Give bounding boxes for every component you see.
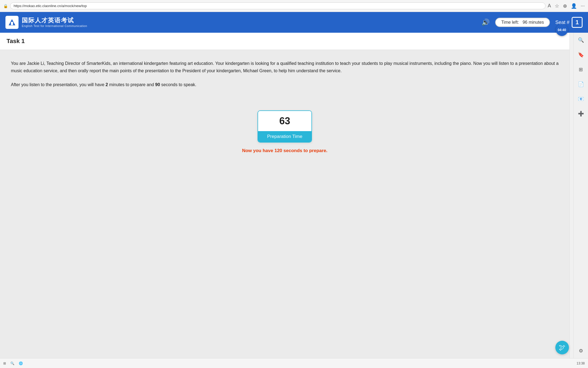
sidebar-apps-icon[interactable]: ⊞ <box>576 65 586 74</box>
taskbar-browser[interactable]: 🌐 <box>19 361 23 365</box>
sidebar-settings-icon[interactable]: ⚙ <box>576 346 586 355</box>
timer-container: 63 Preparation Time Now you have 120 sec… <box>11 110 559 153</box>
collections-icon[interactable]: ⊕ <box>563 3 567 9</box>
minutes-bold: 2 <box>106 82 108 87</box>
volume-icon[interactable]: 🔊 <box>482 19 490 26</box>
bottom-time: 13:38 <box>577 361 585 365</box>
lock-icon: 🔒 <box>3 4 8 8</box>
instruction-mid: minutes to prepare and <box>108 82 155 87</box>
content-panel: Task 1 You are Jackie Li, Teaching Direc… <box>0 33 569 358</box>
task-title: Task 1 <box>7 38 25 44</box>
instruction-pre: After you listen to the presentation, yo… <box>11 82 106 87</box>
scroll-track[interactable] <box>569 33 573 358</box>
sidebar-outlook-icon[interactable]: 📧 <box>576 94 586 104</box>
mini-timer-circle: 04:40 <box>556 24 568 36</box>
taskbar-search[interactable]: 🔍 <box>10 361 14 365</box>
mini-timer-value: 04:40 <box>558 28 566 32</box>
logo-main-text: 国际人才英语考试 <box>22 17 87 24</box>
task-description: You are Jackie Li, Teaching Director of … <box>11 60 559 74</box>
sidebar-search-icon[interactable]: 🔍 <box>576 35 586 45</box>
sidebar-add-icon[interactable]: ➕ <box>576 109 586 118</box>
task-body: You are Jackie Li, Teaching Director of … <box>0 50 569 358</box>
url-bar[interactable]: https://mokao.etic.claonline.cn/a/mock/n… <box>10 2 546 9</box>
app-logo: 国际人才英语考试 English Test for International … <box>5 16 87 29</box>
right-sidebar: 🔍 🔖 ⊞ 📄 📧 ➕ ⚙ <box>573 33 588 358</box>
taskbar-start[interactable]: ⊞ <box>3 361 6 365</box>
logo-sub-text: English Test for International Communica… <box>22 24 87 28</box>
time-badge: Time left: 96 minutes <box>495 18 550 27</box>
task-header: Task 1 <box>0 33 569 50</box>
main-area: Task 1 You are Jackie Li, Teaching Direc… <box>0 33 588 358</box>
seat-number: 1 <box>572 17 583 28</box>
timer-box: 63 Preparation Time <box>258 110 312 143</box>
bottom-bar: ⊞ 🔍 🌐 13:38 <box>0 358 588 368</box>
translate-icon[interactable]: A <box>548 3 551 9</box>
menu-icon[interactable]: ··· <box>581 3 585 9</box>
instruction-post: seconds to speak. <box>160 82 196 87</box>
svg-rect-1 <box>11 22 13 25</box>
logo-text: 国际人才英语考试 English Test for International … <box>22 17 87 28</box>
sidebar-office-icon[interactable]: 📄 <box>576 80 586 89</box>
logo-icon <box>5 16 19 29</box>
seconds-bold: 90 <box>155 82 160 87</box>
chat-bird-button[interactable]: 🕊 <box>555 341 569 354</box>
timer-label: Preparation Time <box>258 131 311 142</box>
sidebar-bookmark-icon[interactable]: 🔖 <box>576 50 586 59</box>
header-right: 🔊 Time left: 96 minutes Seat # 1 <box>482 17 583 28</box>
task-instruction: After you listen to the presentation, yo… <box>11 81 559 88</box>
timer-number: 63 <box>258 111 311 131</box>
preparation-message: Now you have 120 seconds to prepare. <box>242 148 327 153</box>
browser-chrome: 🔒 https://mokao.etic.claonline.cn/a/mock… <box>0 0 588 12</box>
browser-right-icons: A ☆ ⊕ 👤 ··· <box>548 3 585 9</box>
app-header: 国际人才英语考试 English Test for International … <box>0 12 588 33</box>
time-left-label: Time left: <box>501 20 519 25</box>
time-left-value: 96 minutes <box>523 20 544 25</box>
profile-icon[interactable]: 👤 <box>571 3 577 9</box>
favorites-icon[interactable]: ☆ <box>555 3 559 9</box>
